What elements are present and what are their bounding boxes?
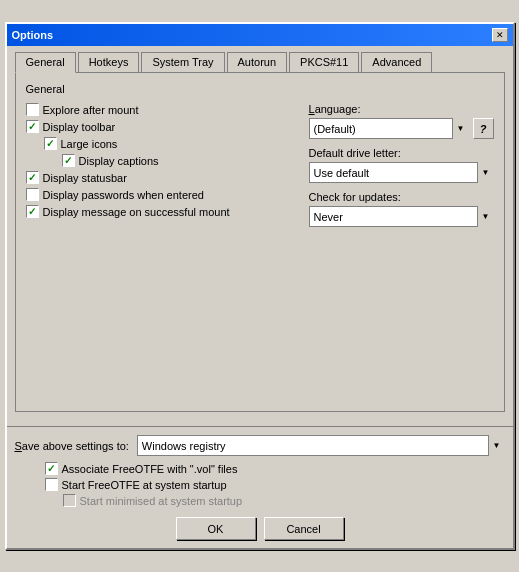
- explore-after-mount-label: Explore after mount: [43, 104, 139, 116]
- language-select[interactable]: (Default) English French German Spanish: [309, 118, 469, 139]
- tab-content-general: General Explore after mount Display tool…: [15, 72, 505, 412]
- minimised-row: Start minimised at system startup: [15, 494, 505, 507]
- tab-advanced[interactable]: Advanced: [361, 52, 432, 73]
- large-icons-checkbox[interactable]: [44, 137, 57, 150]
- language-dropdown-row: (Default) English French German Spanish …: [309, 118, 494, 139]
- options-dialog: Options ✕ General Hotkeys System Tray Au…: [5, 22, 515, 550]
- tab-pkcs11[interactable]: PKCS#11: [289, 52, 359, 73]
- save-label-text: ave above settings to:: [22, 440, 129, 452]
- tab-system-tray[interactable]: System Tray: [141, 52, 224, 73]
- general-section-header: General: [26, 83, 494, 95]
- drive-select[interactable]: Use default A: B: C: D:: [309, 162, 494, 183]
- checkbox-row-message: Display message on successful mount: [26, 205, 299, 218]
- language-label-text: anguage:: [315, 103, 361, 115]
- close-button[interactable]: ✕: [492, 28, 508, 42]
- display-statusbar-checkbox[interactable]: [26, 171, 39, 184]
- save-label: Save above settings to:: [15, 440, 129, 452]
- associate-row: Associate FreeOTFE with ".vol" files: [15, 462, 505, 475]
- save-select[interactable]: Windows registry File: [137, 435, 505, 456]
- button-row: OK Cancel: [15, 517, 505, 540]
- explore-after-mount-checkbox[interactable]: [26, 103, 39, 116]
- checkbox-row-toolbar: Display toolbar: [26, 120, 299, 133]
- updates-dropdown-row: Never Daily Weekly Monthly ▼: [309, 206, 494, 227]
- startup-label: Start FreeOTFE at system startup: [62, 479, 227, 491]
- updates-label: Check for updates:: [309, 191, 494, 203]
- updates-select-wrapper: Never Daily Weekly Monthly ▼: [309, 206, 494, 227]
- display-passwords-label: Display passwords when entered: [43, 189, 204, 201]
- checkbox-row-statusbar: Display statusbar: [26, 171, 299, 184]
- cancel-button[interactable]: Cancel: [264, 517, 344, 540]
- startup-row: Start FreeOTFE at system startup: [15, 478, 505, 491]
- display-captions-checkbox[interactable]: [62, 154, 75, 167]
- display-passwords-checkbox[interactable]: [26, 188, 39, 201]
- window-body: General Hotkeys System Tray Autorun PKCS…: [7, 46, 513, 420]
- drive-select-wrapper: Use default A: B: C: D: ▼: [309, 162, 494, 183]
- tab-hotkeys[interactable]: Hotkeys: [78, 52, 140, 73]
- language-label: Language:: [309, 103, 494, 115]
- tab-bar: General Hotkeys System Tray Autorun PKCS…: [15, 52, 505, 73]
- checkbox-row-captions: Display captions: [26, 154, 299, 167]
- checkbox-row-passwords: Display passwords when entered: [26, 188, 299, 201]
- associate-label: Associate FreeOTFE with ".vol" files: [62, 463, 238, 475]
- left-col: Explore after mount Display toolbar Larg…: [26, 103, 299, 235]
- display-message-checkbox[interactable]: [26, 205, 39, 218]
- tab-autorun[interactable]: Autorun: [227, 52, 288, 73]
- title-bar: Options ✕: [7, 24, 513, 46]
- general-group-label: General: [26, 83, 65, 95]
- tab-general[interactable]: General: [15, 52, 76, 73]
- save-select-wrapper: Windows registry File ▼: [137, 435, 505, 456]
- display-message-label: Display message on successful mount: [43, 206, 230, 218]
- updates-select[interactable]: Never Daily Weekly Monthly: [309, 206, 494, 227]
- drive-label: Default drive letter:: [309, 147, 494, 159]
- display-statusbar-label: Display statusbar: [43, 172, 127, 184]
- title-bar-controls: ✕: [492, 28, 508, 42]
- large-icons-label: Large icons: [61, 138, 118, 150]
- minimised-checkbox: [63, 494, 76, 507]
- ok-button[interactable]: OK: [176, 517, 256, 540]
- save-row: Save above settings to: Windows registry…: [15, 435, 505, 456]
- content-area: Explore after mount Display toolbar Larg…: [26, 103, 494, 235]
- right-col: Language: (Default) English French Germa…: [309, 103, 494, 235]
- window-title: Options: [12, 29, 54, 41]
- startup-checkbox[interactable]: [45, 478, 58, 491]
- language-help-button[interactable]: ?: [473, 118, 494, 139]
- checkbox-row-large-icons: Large icons: [26, 137, 299, 150]
- bottom-area: Save above settings to: Windows registry…: [7, 426, 513, 548]
- checkbox-row-explore: Explore after mount: [26, 103, 299, 116]
- display-toolbar-checkbox[interactable]: [26, 120, 39, 133]
- language-select-wrapper: (Default) English French German Spanish …: [309, 118, 469, 139]
- associate-checkbox[interactable]: [45, 462, 58, 475]
- minimised-label: Start minimised at system startup: [80, 495, 243, 507]
- display-toolbar-label: Display toolbar: [43, 121, 116, 133]
- display-captions-label: Display captions: [79, 155, 159, 167]
- drive-dropdown-row: Use default A: B: C: D: ▼: [309, 162, 494, 183]
